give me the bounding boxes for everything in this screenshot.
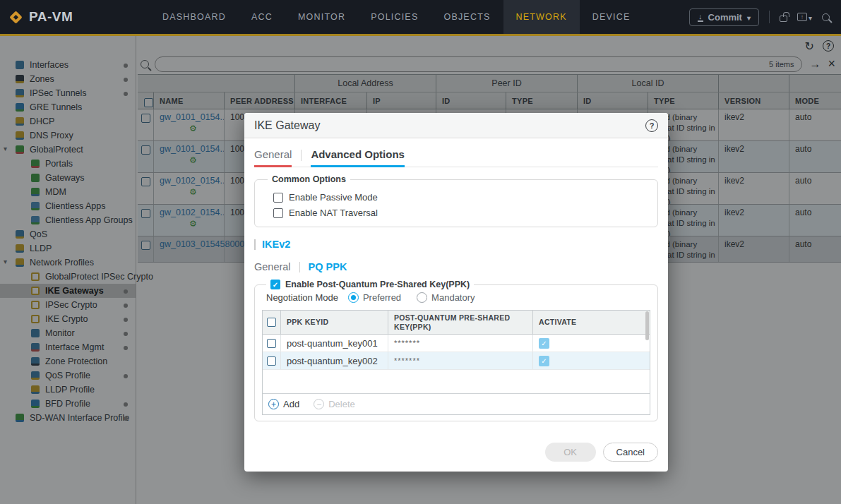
dialog-body: General Advanced Options Common Options … <box>244 138 668 421</box>
nav-item-network[interactable]: NETWORK <box>503 0 580 34</box>
brand: PA-VM <box>0 0 106 34</box>
tab-general[interactable]: General <box>254 148 292 167</box>
nav-item-device[interactable]: DEVICE <box>580 0 643 34</box>
ppk-table-footer: Add Delete <box>263 393 650 414</box>
activate-checkbox[interactable] <box>539 338 549 349</box>
nat-traversal-label: Enable NAT Traversal <box>289 208 378 218</box>
nav-divider <box>769 11 770 23</box>
ikev2-subtabs: General PQ PPK <box>254 261 658 272</box>
commit-label: Commit <box>708 12 742 23</box>
save-config-icon <box>797 13 807 21</box>
dialog-title: IKE Gateway <box>254 119 320 132</box>
plus-icon <box>268 399 279 409</box>
ppk-legend: Enable Post-Quantum Pre-Shared Key(PPK) <box>266 280 474 289</box>
mandatory-label: Mandatory <box>431 292 475 303</box>
nav-item-policies[interactable]: POLICIES <box>358 0 431 34</box>
commit-button[interactable]: Commit <box>689 8 759 26</box>
common-options-legend: Common Options <box>268 174 350 184</box>
enable-ppk-checkbox[interactable] <box>270 280 280 289</box>
ppk-row[interactable]: post-quantum_key002 ******* <box>263 352 650 370</box>
ppk-table-header: PPK KEYID POST-QUANTUM PRE-SHARED KEY(PP… <box>263 311 650 335</box>
col-ppk-keyid[interactable]: PPK KEYID <box>281 311 388 334</box>
passive-mode-row: Enable Passive Mode <box>273 192 649 203</box>
nat-traversal-row: Enable NAT Traversal <box>273 208 649 218</box>
enable-passive-mode-checkbox[interactable] <box>273 193 283 203</box>
dialog-header: IKE Gateway <box>244 113 668 138</box>
ppk-key-cell[interactable]: ******* <box>388 335 533 352</box>
chevron-down-icon <box>809 11 812 23</box>
subtab-general[interactable]: General <box>254 261 291 272</box>
tab-separator <box>301 150 302 161</box>
ppk-keys-table: PPK KEYID POST-QUANTUM PRE-SHARED KEY(PP… <box>262 310 650 415</box>
enable-ppk-label: Enable Post-Quantum Pre-Shared Key(PPK) <box>285 280 470 289</box>
activate-checkbox[interactable] <box>539 356 549 366</box>
enable-nat-traversal-checkbox[interactable] <box>273 208 283 218</box>
nav-menu: DASHBOARD ACC MONITOR POLICIES OBJECTS N… <box>150 0 643 34</box>
passive-mode-label: Enable Passive Mode <box>289 192 378 203</box>
negotiation-mode-row: Negotiation Mode Preferred Mandatory <box>266 292 650 303</box>
minus-icon <box>314 399 324 409</box>
delete-button[interactable]: Delete <box>314 399 355 409</box>
nav-item-dashboard[interactable]: DASHBOARD <box>150 0 239 34</box>
dialog-tabs: General Advanced Options <box>254 148 658 167</box>
version-separator <box>254 239 256 250</box>
nav-item-acc[interactable]: ACC <box>239 0 285 34</box>
ike-version-row: IKEv2 <box>254 239 658 250</box>
ike-gateway-dialog: IKE Gateway General Advanced Options Com… <box>244 113 668 472</box>
global-search-icon[interactable] <box>822 13 830 21</box>
mandatory-radio[interactable] <box>417 292 427 303</box>
dialog-buttons: OK Cancel <box>545 443 658 462</box>
subtab-pq-ppk[interactable]: PQ PPK <box>309 261 347 272</box>
ppk-row[interactable]: post-quantum_key001 ******* <box>263 335 650 352</box>
nav-right-controls: Commit <box>689 0 841 34</box>
negotiation-mode-label: Negotiation Mode <box>266 292 338 303</box>
common-options-group: Common Options Enable Passive Mode Enabl… <box>254 174 658 227</box>
subtab-separator <box>299 262 300 272</box>
brand-name: PA-VM <box>29 9 73 25</box>
ppk-keyid-cell[interactable]: post-quantum_key002 <box>281 352 388 369</box>
commit-icon <box>698 13 703 22</box>
pan-logo-icon <box>9 11 22 23</box>
col-ppk-key[interactable]: POST-QUANTUM PRE-SHARED KEY(PPK) <box>388 311 533 334</box>
col-activate[interactable]: ACTIVATE <box>533 311 650 334</box>
tab-advanced-options[interactable]: Advanced Options <box>311 148 405 167</box>
chevron-down-icon <box>747 12 751 23</box>
dialog-help-icon[interactable] <box>645 119 658 132</box>
ppk-row-checkbox[interactable] <box>267 339 276 348</box>
config-lock-icon[interactable] <box>780 16 787 22</box>
ppk-key-cell[interactable]: ******* <box>388 352 533 369</box>
ppk-keyid-cell[interactable]: post-quantum_key001 <box>281 335 388 352</box>
preferred-radio[interactable] <box>348 292 359 303</box>
save-config-control[interactable] <box>797 11 812 23</box>
nav-item-objects[interactable]: OBJECTS <box>431 0 503 34</box>
ppk-row-checkbox[interactable] <box>267 356 276 366</box>
ppk-select-all-checkbox[interactable] <box>267 318 276 327</box>
ppk-group: Enable Post-Quantum Pre-Shared Key(PPK) … <box>254 280 658 421</box>
scrollbar-thumb[interactable] <box>645 311 649 340</box>
preferred-label: Preferred <box>363 292 401 303</box>
ok-button[interactable]: OK <box>545 443 596 462</box>
ikev2-label[interactable]: IKEv2 <box>262 239 290 250</box>
add-button[interactable]: Add <box>268 399 299 409</box>
top-nav: PA-VM DASHBOARD ACC MONITOR POLICIES OBJ… <box>0 0 841 36</box>
pa-vm-app: PA-VM DASHBOARD ACC MONITOR POLICIES OBJ… <box>0 0 841 504</box>
nav-item-monitor[interactable]: MONITOR <box>285 0 358 34</box>
cancel-button[interactable]: Cancel <box>603 443 658 462</box>
